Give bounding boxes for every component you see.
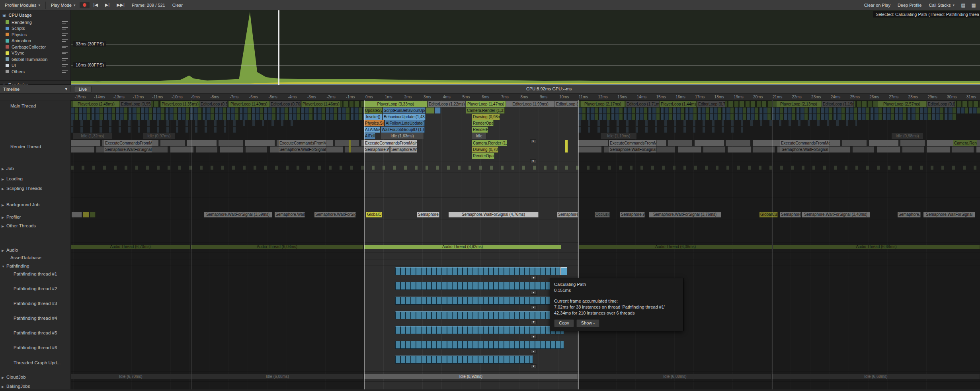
- timeline-sample[interactable]: Semaphore.WaitForSignal: [364, 147, 390, 152]
- layout-icon[interactable]: ▤: [959, 2, 968, 8]
- timeline-sample[interactable]: AIFollow: [364, 133, 375, 139]
- timeline-sample[interactable]: [395, 297, 564, 305]
- timeline-sample[interactable]: [395, 326, 564, 334]
- timeline-sample[interactable]: Semaphore.WaitForSignal (4,76ms): [449, 212, 539, 217]
- thread-row-cloudjob[interactable]: ▶CloudJob: [0, 375, 70, 379]
- timeline-sample[interactable]: [435, 108, 441, 113]
- timeline-sample[interactable]: Invoke(): [364, 114, 383, 120]
- timeline-sample[interactable]: RenderForward: [472, 127, 488, 133]
- selected-sample[interactable]: [560, 267, 567, 275]
- time-ruler[interactable]: -15ms-14ms-13ms-12ms-11ms-10ms-9ms-8ms-7…: [0, 94, 980, 100]
- timeline-sample[interactable]: Idle: [472, 133, 486, 139]
- timeline-sample[interactable]: Physics.Simulate: [364, 120, 384, 126]
- timeline-sample[interactable]: Semaphore.WaitForSignal (1,02ms): [390, 147, 417, 152]
- expand-samples-arrow[interactable]: ▼: [530, 159, 536, 163]
- legend-item-physics[interactable]: Physics: [0, 31, 70, 38]
- timeline-sample[interactable]: UpdateSystemGroup: [364, 108, 383, 113]
- timeline-rows[interactable]: Main ThreadRender Thread▶Job▶Loading▶Scr…: [0, 100, 980, 389]
- record-button[interactable]: [80, 2, 90, 8]
- timeline-sample[interactable]: [395, 282, 564, 290]
- live-toggle[interactable]: Live: [74, 86, 92, 92]
- thread-row-background-job[interactable]: ▶Background Job: [0, 202, 70, 207]
- timeline-sample[interactable]: [395, 311, 564, 319]
- timeline-sample[interactable]: PlayerLoop (3,33ms): [364, 101, 428, 107]
- timeline-sample[interactable]: [395, 267, 560, 275]
- foldout-arrow-icon[interactable]: ▼: [2, 265, 6, 268]
- legend-item-global-illumination[interactable]: Global Illumination: [0, 56, 70, 63]
- show-dropdown-button[interactable]: Show ▾: [576, 319, 600, 327]
- legend-item-garbagecollector[interactable]: GarbageCollector: [0, 44, 70, 50]
- window-menu-icon[interactable]: ▦: [969, 2, 978, 8]
- thread-row-pathfinding-thread-5[interactable]: Pathfinding thread #5: [0, 330, 70, 335]
- thread-row-other-threads[interactable]: ▶Other Threads: [0, 223, 70, 228]
- legend-item-ui[interactable]: UI: [0, 63, 70, 69]
- timeline-sample[interactable]: GlobalCulling: [366, 212, 382, 217]
- expand-samples-arrow[interactable]: ▼: [531, 350, 537, 354]
- foldout-arrow-icon[interactable]: ▶: [2, 225, 6, 228]
- timeline-sample[interactable]: AI.AIMovement: [364, 127, 380, 133]
- thread-row-audio[interactable]: ▶Audio: [0, 248, 70, 252]
- expand-samples-arrow[interactable]: ▼: [531, 335, 537, 339]
- expand-samples-arrow[interactable]: ▼: [531, 276, 537, 280]
- foldout-arrow-icon[interactable]: ▶: [2, 203, 6, 207]
- thread-row-assetdatabase[interactable]: AssetDatabase: [0, 255, 70, 260]
- legend-item-vsync[interactable]: VSync: [0, 50, 70, 57]
- next-frame-button[interactable]: ▶|: [102, 2, 113, 8]
- deep-profile-toggle[interactable]: Deep Profile: [894, 2, 925, 8]
- timeline-sample[interactable]: Semaphore.WaitForSignal: [557, 212, 578, 217]
- copy-button[interactable]: Copy: [554, 319, 574, 327]
- thread-row-pathfinding[interactable]: ▼Pathfinding: [0, 264, 70, 268]
- timeline-sample[interactable]: [565, 140, 568, 152]
- thread-row-main-thread[interactable]: Main Thread: [0, 104, 70, 108]
- legend-item-others[interactable]: Others: [0, 68, 70, 75]
- timeline-sample[interactable]: Camera.Render (1,26ms): [472, 140, 507, 146]
- clear-on-play-toggle[interactable]: Clear on Play: [861, 2, 894, 8]
- thread-row-threaded-graph-upd-[interactable]: Threaded Graph Upd...: [0, 360, 70, 365]
- timeline-sample[interactable]: EditorLoop (1,22ms): [428, 101, 466, 107]
- foldout-arrow-icon[interactable]: ▶: [2, 249, 6, 252]
- expand-samples-arrow[interactable]: ▼: [531, 291, 537, 295]
- timeline-sample[interactable]: [395, 356, 533, 364]
- timeline-sample[interactable]: EditorLoop (0,54ms): [555, 101, 578, 107]
- thread-row-profiler[interactable]: ▶Profiler: [0, 215, 70, 219]
- thread-row-pathfinding-thread-6[interactable]: Pathfinding thread #6: [0, 345, 70, 350]
- expand-samples-arrow[interactable]: ▼: [531, 320, 537, 324]
- current-frame-button[interactable]: ▶▶|: [113, 2, 128, 8]
- thread-row-pathfinding-thread-1[interactable]: Pathfinding thread #1: [0, 272, 70, 276]
- timeline-view-dropdown[interactable]: Timeline ▾: [0, 86, 71, 92]
- expand-samples-arrow[interactable]: ▼: [531, 305, 537, 309]
- thread-row-render-thread[interactable]: Render Thread: [0, 144, 70, 149]
- foldout-arrow-icon[interactable]: ▶: [2, 187, 6, 191]
- foldout-arrow-icon[interactable]: ▶: [2, 376, 6, 379]
- foldout-arrow-icon[interactable]: ▶: [2, 216, 6, 219]
- thread-row-loading[interactable]: ▶Loading: [0, 176, 70, 181]
- timeline-sample[interactable]: ScriptRunBehaviourUpdate: [383, 108, 426, 113]
- profiler-modules-dropdown[interactable]: Profiler Modules ▾: [2, 2, 43, 8]
- timeline-sample[interactable]: RenderOpaqueGeometry: [472, 120, 494, 126]
- rendering-module-header[interactable]: ◎ Rendering: [0, 80, 70, 84]
- call-stacks-dropdown[interactable]: Call Stacks ▾: [925, 2, 958, 8]
- expand-samples-arrow[interactable]: ▼: [531, 364, 537, 368]
- thread-row-pathfinding-thread-4[interactable]: Pathfinding thread #4: [0, 316, 70, 321]
- cpu-usage-module-header[interactable]: ▣ CPU Usage: [0, 10, 70, 19]
- thread-row-scripting-threads[interactable]: ▶Scripting Threads: [0, 186, 70, 191]
- timeline-sample[interactable]: Idle (8,92ms): [364, 374, 578, 379]
- play-mode-dropdown[interactable]: Play Mode ▾: [48, 2, 79, 8]
- legend-item-rendering[interactable]: Rendering: [0, 19, 70, 25]
- legend-item-animation[interactable]: Animation: [0, 38, 70, 44]
- legend-item-scripts[interactable]: Scripts: [0, 25, 70, 32]
- timeline-sample[interactable]: Audio Thread (8,92ms): [364, 245, 561, 249]
- timeline-sample[interactable]: ExecuteCommandsFromMainThread: [364, 140, 417, 146]
- expand-samples-arrow[interactable]: ▼: [530, 139, 536, 143]
- thread-row-job[interactable]: ▶Job: [0, 166, 70, 171]
- timeline-sample[interactable]: Drawing (0,78ms): [472, 147, 498, 152]
- thread-row-pathfinding-thread-2[interactable]: Pathfinding thread #2: [0, 286, 70, 291]
- timeline-sample[interactable]: [426, 108, 434, 113]
- timeline-sample[interactable]: WaitForJobGroupID (1,63ms): [381, 127, 425, 133]
- timeline-sample[interactable]: PlayerLoop (1,47ms): [466, 101, 506, 107]
- foldout-arrow-icon[interactable]: ▶: [2, 167, 6, 171]
- timeline-sample[interactable]: RenderOpaqueGeometry: [472, 153, 494, 159]
- timeline-sample[interactable]: EditorLoop (1,99ms): [506, 101, 555, 107]
- timeline-sample[interactable]: BehaviourUpdate (1,43ms): [383, 114, 426, 120]
- timeline-sample[interactable]: [395, 341, 564, 349]
